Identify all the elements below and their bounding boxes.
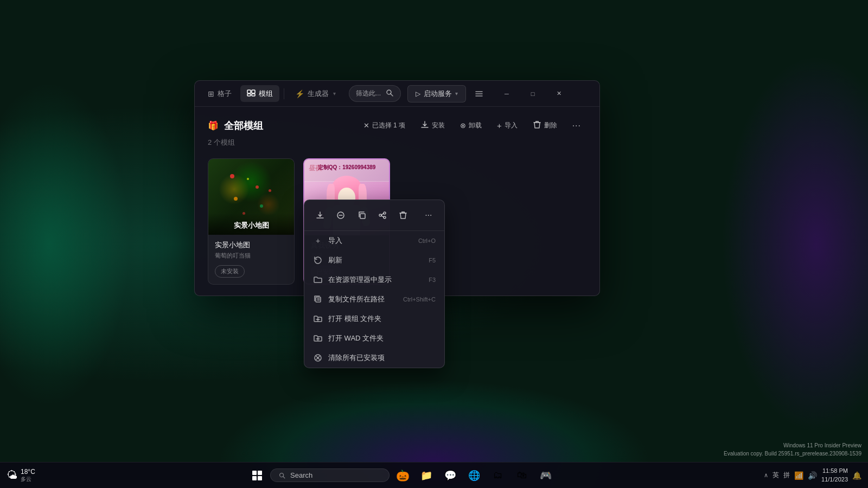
weather-cloud-icon: 🌤 [7, 469, 17, 481]
taskbar-store-app[interactable]: 🛍 [511, 465, 533, 486]
close-button[interactable]: ✕ [546, 85, 571, 102]
mods-icon [247, 88, 256, 99]
mod-card-map[interactable]: 实景小地图 实景小地图 葡萄的叮当猫 未安装 [208, 158, 295, 285]
start-button[interactable] [246, 465, 268, 486]
open-wad-folder-icon [313, 333, 323, 343]
ime-pinyin-button[interactable]: 拼 [783, 471, 790, 480]
weather-widget[interactable]: 🌤 18°C 多云 [7, 468, 35, 483]
grid-icon: ⊞ [208, 89, 214, 98]
ctx-delete-button[interactable] [395, 206, 411, 225]
wifi-icon[interactable]: 📶 [794, 471, 803, 480]
taskbar-search-bar[interactable]: Search [270, 468, 390, 482]
ctx-item-open-mod-folder[interactable]: 打开 模组 文件夹 [304, 309, 444, 329]
taskbar-emoji-app[interactable]: 🎃 [392, 465, 413, 486]
context-menu-toolbar: ··· [304, 200, 444, 231]
ctx-uninstall-button[interactable] [333, 206, 349, 225]
ctx-install-button[interactable] [312, 206, 328, 225]
svg-line-24 [381, 216, 384, 217]
delete-button[interactable]: 删除 [527, 118, 563, 133]
x-icon: ✕ [363, 121, 369, 130]
windows-watermark: Windows 11 Pro Insider Preview Evaluatio… [724, 441, 861, 458]
ctx-item-import[interactable]: + 导入 Ctrl+O [304, 231, 444, 251]
taskbar-file-explorer[interactable]: 📁 [416, 465, 437, 486]
svg-rect-0 [247, 90, 251, 93]
ctx-item-clear-installed[interactable]: 清除所有已安装项 [304, 348, 444, 368]
anime-mod-title-overlay: 昼夜 [309, 164, 322, 173]
ctx-shortcut-import: Ctrl+O [418, 237, 436, 244]
mods-title-icon: 🎁 [208, 120, 219, 131]
window-controls: ─ □ ✕ [494, 85, 571, 102]
maximize-button[interactable]: □ [520, 85, 545, 102]
context-menu: ··· + 导入 Ctrl+O 刷新 F5 在资源管理器中显示 F3 [304, 200, 445, 368]
more-actions-button[interactable]: ··· [567, 118, 586, 133]
copy-path-icon [313, 294, 323, 304]
play-icon: ▷ [416, 90, 420, 98]
weather-desc: 多云 [21, 476, 35, 483]
ctx-label-open-wad-folder: 打开 WAD 文件夹 [328, 333, 430, 343]
taskbar-center: Search 🎃 📁 💬 🌐 🗂 🛍 🎮 [65, 465, 738, 486]
svg-rect-3 [252, 94, 255, 96]
ellipsis-icon: ··· [572, 121, 581, 131]
ctx-more-button[interactable]: ··· [420, 206, 437, 225]
ime-english-button[interactable]: 英 [773, 471, 779, 480]
ctx-shortcut-copy-path: Ctrl+Shift+C [403, 296, 436, 303]
launch-chevron-icon: ▾ [455, 91, 458, 97]
volume-icon[interactable]: 🔊 [808, 471, 817, 480]
open-mod-folder-icon [313, 314, 323, 324]
tab-generator[interactable]: ⚡ 生成器 ▾ [289, 86, 342, 102]
taskbar-edge-browser[interactable]: 🌐 [463, 465, 485, 486]
launch-service-button[interactable]: ▷ 启动服务 ▾ [407, 85, 466, 102]
ctx-item-show-explorer[interactable]: 在资源管理器中显示 F3 [304, 270, 444, 290]
ctx-label-import: 导入 [328, 236, 413, 246]
ctx-label-open-mod-folder: 打开 模组 文件夹 [328, 314, 430, 324]
download-icon [420, 120, 429, 131]
bg-orb-left [0, 81, 130, 407]
deselect-button[interactable]: ✕ 已选择 1 项 [358, 118, 411, 133]
ctx-label-clear-installed: 清除所有已安装项 [328, 353, 430, 363]
plus-icon: + [313, 236, 323, 246]
filter-search-icon [385, 88, 394, 99]
clear-icon [313, 353, 323, 363]
generator-icon: ⚡ [295, 89, 304, 98]
mod-name-map: 实景小地图 [215, 240, 288, 250]
import-button[interactable]: + 导入 [492, 118, 523, 133]
notification-icon[interactable]: 🔔 [852, 471, 861, 480]
svg-line-23 [381, 214, 384, 215]
system-clock[interactable]: 11:58 PM 11/1/2023 [821, 467, 848, 484]
menu-button[interactable] [470, 85, 488, 102]
ctx-item-open-wad-folder[interactable]: 打开 WAD 文件夹 [304, 329, 444, 348]
tab-mods[interactable]: 模组 [240, 85, 279, 102]
install-button[interactable]: 安装 [415, 118, 450, 133]
ctx-shortcut-show-explorer: F3 [429, 277, 436, 283]
svg-rect-29 [316, 297, 321, 302]
taskbar-right: ∧ 英 拼 📶 🔊 11:58 PM 11/1/2023 🔔 [738, 467, 868, 484]
svg-rect-2 [247, 94, 251, 96]
plus-icon: + [497, 121, 502, 130]
ctx-item-copy-path[interactable]: 复制文件所在路径 Ctrl+Shift+C [304, 290, 444, 309]
mod-author-map: 葡萄的叮当猫 [215, 252, 288, 260]
uninstall-button[interactable]: ⊗ 卸载 [455, 118, 487, 133]
content-header: 🎁 全部模组 ✕ 已选择 1 项 [208, 118, 586, 133]
ctx-share-button[interactable] [374, 206, 391, 225]
show-hidden-icons-button[interactable]: ∧ [764, 472, 768, 479]
ctx-item-refresh[interactable]: 刷新 F5 [304, 251, 444, 270]
ctx-copy-button[interactable] [354, 206, 370, 225]
svg-rect-1 [252, 90, 255, 93]
taskbar-game-app[interactable]: 🎮 [535, 465, 557, 486]
refresh-icon [313, 255, 323, 265]
ctx-shortcut-refresh: F5 [429, 257, 436, 264]
weather-temp: 18°C [21, 468, 35, 476]
tab-grid[interactable]: ⊞ 格子 [201, 86, 238, 102]
svg-rect-19 [360, 214, 365, 219]
ctx-label-show-explorer: 在资源管理器中显示 [328, 275, 423, 285]
taskbar-chat-app[interactable]: 💬 [439, 465, 461, 486]
content-title: 🎁 全部模组 [208, 119, 263, 132]
filter-button[interactable]: 筛选此... [349, 85, 401, 102]
mod-info-map: 实景小地图 葡萄的叮当猫 未安装 [208, 235, 294, 283]
minimize-button[interactable]: ─ [494, 85, 519, 102]
ctx-label-copy-path: 复制文件所在路径 [328, 294, 398, 304]
taskbar-folder-app[interactable]: 🗂 [487, 465, 509, 486]
chevron-down-icon: ▾ [333, 91, 336, 97]
ctx-label-refresh: 刷新 [328, 255, 423, 265]
trash-icon [533, 120, 541, 131]
